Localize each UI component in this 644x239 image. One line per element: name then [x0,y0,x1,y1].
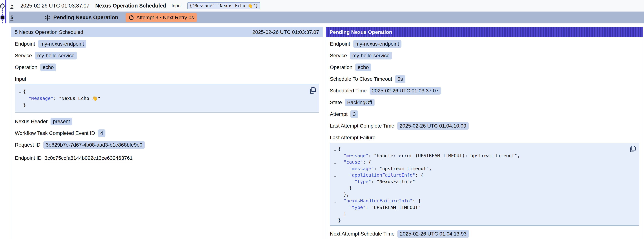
json-line: "type": "UPSTREAM_TIMEOUT" [332,204,628,211]
field-value-badge: my-hello-service [35,52,77,60]
json-line: } [332,217,628,224]
json-line: ⌄"applicationFailureInfo": { [332,172,628,178]
field-label: Operation [15,64,37,70]
json-punctuation: : [53,96,59,101]
json-punctuation: : { [363,160,371,165]
input-json-viewer: ⌄{"Message": "Nexus Echo 👋"} [15,84,319,112]
copy-button[interactable] [309,86,316,94]
json-punctuation: : [371,179,376,184]
field-value-badge: 3 [350,110,358,118]
field-label: Workflow Task Completed Event ID [15,130,95,136]
json-line: "Message": "Nexus Echo 👋" [17,95,308,102]
json-punctuation: } [338,218,341,223]
json-value: "Nexus Echo 👋" [59,96,100,101]
scheduled-panel-header: 5 Nexus Operation Scheduled 2025-02-26 U… [11,27,323,37]
json-key: "cause" [344,160,363,165]
event-input-label: Input [172,3,182,8]
pending-event-id-link[interactable]: 5 [10,14,13,20]
field-row-endpoint-id: Endpoint ID 3c0c75ccfa8144b092c13ce63246… [15,154,319,162]
json-key: "type" [349,205,366,210]
json-line: "message": "upstream timeout", [332,166,628,172]
field-value-badge: 3e829b7e-7d67-4b08-aad3-b1e868bfe9e0 [44,141,145,149]
scheduled-panel-timestamp: 2025-02-26 UTC 01:03:37.07 [252,29,319,35]
pending-panel-title: Pending Nexus Operation [330,29,392,35]
json-punctuation: { [338,146,341,152]
field-row-endpoint: Endpoint my-nexus-endpoint [330,40,639,48]
field-value-badge: my-nexus-endpoint [38,40,86,48]
field-label: Request ID [15,142,40,148]
field-label: Operation [330,64,352,70]
collapse-chevron-icon[interactable]: ⌄ [332,172,338,179]
field-value-badge: 4 [98,130,106,137]
json-punctuation: : { [415,172,424,178]
event-id-link[interactable]: 5 [10,3,13,9]
field-label: Scheduled Time [330,88,367,94]
event-row-scheduled[interactable]: 5 2025-02-26 UTC 01:03:37.07 Nexus Opera… [8,0,644,12]
field-row-service: Service my-hello-service [330,52,639,60]
pending-operation-row[interactable]: 5 Pending Nexus Operation Attempt 3 • Ne… [8,12,644,24]
json-key: "applicationFailureInfo" [349,172,415,178]
json-line-content: }, [344,191,349,198]
json-line-content: "type": "UPSTREAM_TIMEOUT" [349,204,421,211]
field-label: Endpoint [15,41,35,47]
timeline-node-open-icon [0,4,4,8]
failure-json-viewer: ⌄{"message": "handler error (UPSTREAM_TI… [330,143,639,226]
field-row-wft-completed-event-id: Workflow Task Completed Event ID 4 [15,129,319,137]
json-line-content: { [338,146,341,152]
endpoint-id-link[interactable]: 3c0c75ccfa8144b092c13ce632463761 [44,155,132,161]
timeline-active-bar [5,0,6,24]
json-line: ⌄{ [17,88,308,95]
json-punctuation: }, [344,192,349,197]
field-label: Next Attempt Schedule Time [330,231,394,237]
field-value-badge: echo [40,64,56,71]
copy-icon [309,86,316,94]
collapse-chevron-icon[interactable]: ⌄ [17,88,23,95]
field-label: Last Attempt Complete Time [330,123,394,129]
json-line-content: "type": "NexusFailure" [354,178,415,185]
json-value: "NexusFailure" [376,179,415,184]
field-value-badge: 2025-02-26 UTC 01:04:10.09 [397,122,469,130]
field-row-nexus-header: Nexus Header present [15,117,319,126]
event-time: 2025-02-26 UTC 01:03:37.07 [20,3,89,9]
json-punctuation: { [23,89,26,94]
json-line: }, [332,191,628,198]
field-label: Attempt [330,111,348,117]
pending-panel-header: Pending Nexus Operation [326,27,643,37]
pending-title: Pending Nexus Operation [53,14,118,20]
field-label: State [330,100,342,106]
json-punctuation: : [374,166,379,171]
attempt-retry-badge: Attempt 3 • Next Retry 0s [126,13,197,22]
collapse-chevron-icon[interactable]: ⌄ [332,160,338,166]
field-label: Endpoint [330,41,350,47]
field-label: Nexus Header [15,118,48,124]
scheduled-panel-title: 5 Nexus Operation Scheduled [15,29,83,35]
json-key: "Message" [28,96,53,101]
collapse-chevron-icon[interactable]: ⌄ [332,198,338,204]
json-punctuation: } [344,211,346,216]
json-key: "message" [344,153,368,158]
field-row-schedule-to-close-timeout: Schedule To Close Timeout 0s [330,75,639,83]
json-punctuation: : [366,205,371,210]
json-punctuation: : { [412,198,421,204]
field-row-next-attempt-schedule-time: Next Attempt Schedule Time 2025-02-26 UT… [330,230,639,238]
json-punctuation: } [349,186,352,191]
json-line: } [17,102,308,108]
field-value-badge: my-nexus-endpoint [353,40,402,48]
field-label: Service [330,53,347,58]
event-input-preview-badge: {"Message":"Nexus Echo 👋"} [187,2,260,9]
field-row-scheduled-time: Scheduled Time 2025-02-26 UTC 01:03:37.0… [330,86,639,95]
json-line-content: "message": "upstream timeout", [349,166,432,172]
json-punctuation: : [368,153,374,158]
copy-button[interactable] [629,145,636,153]
json-key: "nexusHandlerFailureInfo" [344,198,412,204]
json-line: "message": "handler error (UPSTREAM_TIME… [332,152,628,159]
field-label: Endpoint ID [15,155,42,161]
json-line-content: "message": "handler error (UPSTREAM_TIME… [344,152,520,159]
json-value: "upstream timeout" [380,166,429,171]
json-line-content: "applicationFailureInfo": { [349,172,424,178]
copy-icon [629,145,636,153]
json-value: "UPSTREAM_TIMEOUT" [371,205,421,210]
collapse-chevron-icon[interactable]: ⌄ [332,146,338,153]
json-punctuation: } [23,102,26,108]
field-row-endpoint: Endpoint my-nexus-endpoint [15,40,319,48]
